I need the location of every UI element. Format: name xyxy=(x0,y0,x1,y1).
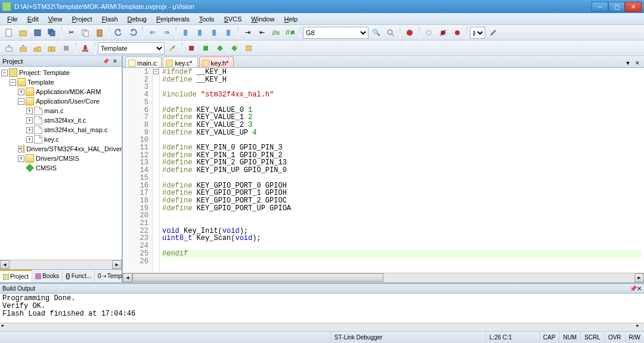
window-titlebar: D:\AI+STM32\Template\MDK-ARM\Template.uv… xyxy=(0,0,644,13)
nav-back-icon[interactable]: ⇐ xyxy=(145,26,159,39)
fold-gutter[interactable]: − xyxy=(153,68,160,273)
batch-build-icon[interactable] xyxy=(45,42,58,55)
scrollbar-thumb[interactable] xyxy=(132,273,383,282)
build-scrollbar[interactable]: ◄ ► xyxy=(0,323,644,331)
menu-debug[interactable]: Debug xyxy=(123,14,151,24)
menu-tools[interactable]: Tools xyxy=(194,14,219,24)
translate-icon[interactable] xyxy=(2,42,16,55)
tab-functions[interactable]: {}Funct... xyxy=(63,270,95,282)
tab-main-c[interactable]: main.c xyxy=(125,57,162,67)
tree-item[interactable]: −Project: Template xyxy=(0,68,122,77)
undo-icon[interactable] xyxy=(112,26,125,39)
tree-item[interactable]: +Drivers/CMSIS xyxy=(0,154,122,163)
scroll-right-icon[interactable]: ► xyxy=(636,323,644,331)
build-output-text[interactable]: Programming Done.Verify OK.Flash Load fi… xyxy=(0,294,644,323)
panel-pin-icon[interactable]: 📌 xyxy=(101,57,110,66)
tab-key-h[interactable]: key.h* xyxy=(199,57,234,67)
bookmark-next-icon[interactable] xyxy=(208,26,221,39)
project-tree[interactable]: −Project: Template−Template+Application/… xyxy=(0,67,122,260)
panel-close-icon[interactable]: ✕ xyxy=(111,57,119,66)
redo-icon[interactable] xyxy=(126,26,140,39)
tree-item[interactable]: −Application/User/Core xyxy=(0,96,122,106)
scroll-right-icon[interactable]: ► xyxy=(112,260,122,269)
menu-edit[interactable]: Edit xyxy=(23,14,44,24)
tree-item[interactable]: −Template xyxy=(0,77,122,87)
tree-label: stm32f4xx_hal_msp.c xyxy=(44,126,107,133)
tab-key-c[interactable]: key.c* xyxy=(163,57,197,67)
tree-item[interactable]: +stm32f4xx_hal_msp.c xyxy=(0,125,122,135)
tree-item[interactable]: CMSIS xyxy=(0,163,122,173)
window-layout-combo[interactable]: ▤ xyxy=(470,27,485,39)
save-icon[interactable] xyxy=(31,26,44,39)
status-num: NUM xyxy=(559,332,580,343)
stop-build-icon[interactable] xyxy=(60,42,73,55)
menu-svcs[interactable]: SVCS xyxy=(219,14,246,24)
maximize-button[interactable]: ▢ xyxy=(608,2,625,12)
find-combo[interactable]: G8 xyxy=(303,27,369,39)
menu-flash[interactable]: Flash xyxy=(97,14,123,24)
manage-layers-icon[interactable] xyxy=(242,42,255,55)
tree-scrollbar[interactable]: ◄ ► xyxy=(0,260,122,269)
find-prev-icon[interactable] xyxy=(384,26,397,39)
cut-icon[interactable]: ✂ xyxy=(64,26,78,39)
box-icon xyxy=(9,68,17,77)
debug-icon[interactable] xyxy=(403,26,416,39)
configure-icon[interactable] xyxy=(487,26,500,39)
menu-window[interactable]: Window xyxy=(246,14,279,24)
find-next-icon[interactable]: 🔍 xyxy=(370,26,383,39)
menu-view[interactable]: View xyxy=(44,14,67,24)
tree-item[interactable]: +key.c xyxy=(0,135,122,144)
tree-item[interactable]: +main.c xyxy=(0,106,122,116)
breakpoint-icon[interactable] xyxy=(422,26,435,39)
tab-dropdown-icon[interactable]: ▼ xyxy=(624,59,632,67)
build-icon[interactable] xyxy=(17,42,30,55)
menu-peripherals[interactable]: Peripherals xyxy=(151,14,194,24)
copy-icon[interactable] xyxy=(79,26,92,39)
target-combo[interactable]: Template xyxy=(98,42,165,54)
download-icon[interactable] xyxy=(79,42,92,55)
svg-rect-29 xyxy=(203,46,208,51)
folder-icon xyxy=(23,145,24,153)
uncomment-icon[interactable]: //≢ xyxy=(284,26,297,39)
bookmark-prev-icon[interactable] xyxy=(193,26,206,39)
menu-help[interactable]: Help xyxy=(279,14,302,24)
rebuild-icon[interactable] xyxy=(31,42,44,55)
target-options-icon[interactable] xyxy=(166,42,179,55)
breakpoint-disable-icon[interactable] xyxy=(436,26,450,39)
comment-icon[interactable]: //≡ xyxy=(270,26,283,39)
nav-fwd-icon[interactable]: ⇒ xyxy=(160,26,173,39)
save-all-icon[interactable] xyxy=(45,26,58,39)
outdent-icon[interactable]: ⇤ xyxy=(255,26,268,39)
bookmark-icon[interactable] xyxy=(179,26,192,39)
tab-close-icon[interactable]: ✕ xyxy=(633,59,642,67)
indent-icon[interactable]: ⇥ xyxy=(241,26,254,39)
scroll-right-icon[interactable]: ► xyxy=(634,273,644,282)
tree-item[interactable]: +stm32f4xx_it.c xyxy=(0,116,122,125)
code-content[interactable]: #ifndef __KEY_H#define __KEY_H #include … xyxy=(160,68,644,273)
new-file-icon[interactable] xyxy=(2,26,16,39)
tree-item[interactable]: +Application/MDK-ARM xyxy=(0,87,122,96)
code-editor[interactable]: 1234567891011121314151617181920212223242… xyxy=(123,68,644,273)
scroll-left-icon[interactable]: ◄ xyxy=(0,323,8,331)
manage-rte-icon[interactable] xyxy=(185,42,198,55)
editor-scrollbar[interactable]: ◄ ► xyxy=(123,273,644,282)
tab-project[interactable]: Project xyxy=(0,270,32,282)
paste-icon[interactable] xyxy=(93,26,106,39)
breakpoint-kill-icon[interactable] xyxy=(451,26,464,39)
panel-pin-icon[interactable]: 📌 xyxy=(630,285,637,292)
pack-installer-icon[interactable] xyxy=(199,42,212,55)
menu-project[interactable]: Project xyxy=(67,14,97,24)
tree-item[interactable]: +Drivers/STM32F4xx_HAL_Driver xyxy=(0,144,122,154)
open-file-icon[interactable] xyxy=(17,26,30,39)
manage-books-icon[interactable] xyxy=(213,42,227,55)
menu-file[interactable]: File xyxy=(2,14,23,24)
minimize-button[interactable]: ─ xyxy=(592,2,608,12)
scroll-left-icon[interactable]: ◄ xyxy=(0,260,10,269)
line-number-gutter: 1234567891011121314151617181920212223242… xyxy=(123,68,153,273)
close-button[interactable]: ✕ xyxy=(625,2,642,12)
panel-close-icon[interactable]: ✕ xyxy=(637,285,642,292)
manage-mpu-icon[interactable] xyxy=(228,42,241,55)
bookmark-clear-icon[interactable] xyxy=(222,26,235,39)
scroll-left-icon[interactable]: ◄ xyxy=(123,273,132,282)
tab-books[interactable]: Books xyxy=(32,270,63,282)
